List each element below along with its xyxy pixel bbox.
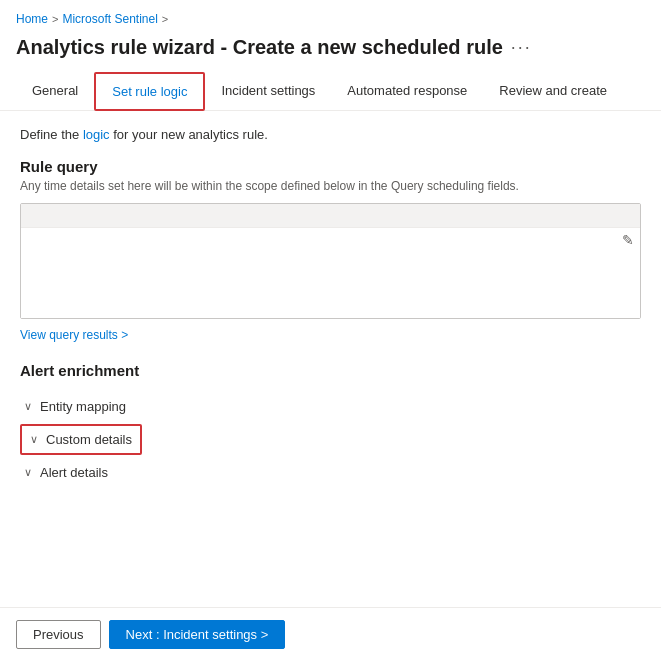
accordion-custom-details[interactable]: ∨ Custom details	[20, 424, 142, 455]
tab-incident-settings[interactable]: Incident settings	[205, 73, 331, 110]
main-content: Define the logic for your new analytics …	[0, 111, 661, 504]
entity-mapping-label: Entity mapping	[40, 399, 126, 414]
query-editor-topbar	[21, 204, 640, 228]
breadcrumb-home[interactable]: Home	[16, 12, 48, 26]
tab-general[interactable]: General	[16, 73, 94, 110]
view-query-results-link[interactable]: View query results >	[20, 328, 128, 342]
rule-query-subtitle: Any time details set here will be within…	[20, 179, 641, 193]
page-title-row: Analytics rule wizard - Create a new sch…	[0, 32, 661, 71]
tab-review-and-create[interactable]: Review and create	[483, 73, 623, 110]
edit-icon[interactable]: ✎	[622, 232, 634, 248]
alert-details-label: Alert details	[40, 465, 108, 480]
breadcrumb: Home > Microsoft Sentinel >	[0, 0, 661, 32]
alert-enrichment-title: Alert enrichment	[20, 362, 641, 379]
page-title: Analytics rule wizard - Create a new sch…	[16, 36, 503, 59]
tab-bar: General Set rule logic Incident settings…	[0, 71, 661, 111]
breadcrumb-sep2: >	[162, 13, 168, 25]
custom-details-label: Custom details	[46, 432, 132, 447]
rule-query-title: Rule query	[20, 158, 641, 175]
more-options-icon[interactable]: ···	[511, 37, 532, 58]
previous-button[interactable]: Previous	[16, 620, 101, 649]
tab-set-rule-logic[interactable]: Set rule logic	[94, 72, 205, 111]
query-editor[interactable]: ✎	[20, 203, 641, 319]
breadcrumb-sep1: >	[52, 13, 58, 25]
tab-automated-response[interactable]: Automated response	[331, 73, 483, 110]
footer: Previous Next : Incident settings >	[0, 607, 661, 661]
query-editor-body[interactable]	[21, 228, 640, 318]
breadcrumb-sentinel[interactable]: Microsoft Sentinel	[62, 12, 157, 26]
description-highlight: logic	[83, 127, 110, 142]
accordion-entity-mapping[interactable]: ∨ Entity mapping	[20, 391, 641, 422]
chevron-custom-details-icon: ∨	[30, 433, 38, 446]
accordion-alert-details[interactable]: ∨ Alert details	[20, 457, 641, 488]
next-button[interactable]: Next : Incident settings >	[109, 620, 286, 649]
page-description: Define the logic for your new analytics …	[20, 127, 641, 142]
chevron-alert-details-icon: ∨	[24, 466, 32, 479]
chevron-entity-mapping-icon: ∨	[24, 400, 32, 413]
